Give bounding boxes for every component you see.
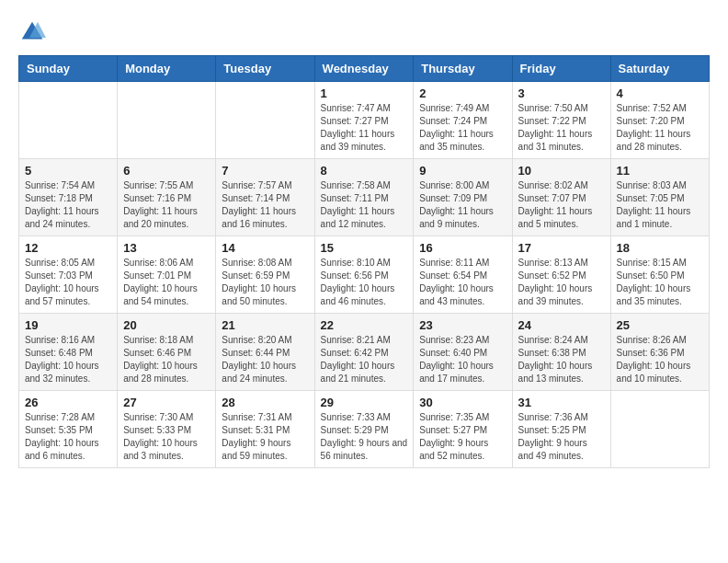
calendar-cell: [610, 391, 709, 468]
day-number: 16: [419, 241, 506, 255]
day-number: 28: [222, 396, 308, 409]
calendar-cell: 1Sunrise: 7:47 AMSunset: 7:27 PMDaylight…: [314, 82, 414, 159]
day-info: Sunrise: 8:21 AMSunset: 6:42 PMDaylight:…: [321, 334, 408, 385]
day-number: 1: [321, 86, 408, 100]
day-info: Sunrise: 8:16 AMSunset: 6:48 PMDaylight:…: [25, 334, 111, 385]
day-number: 15: [321, 241, 408, 255]
day-number: 26: [25, 396, 111, 409]
day-info: Sunrise: 8:02 AMSunset: 7:07 PMDaylight:…: [518, 179, 605, 231]
calendar-table: SundayMondayTuesdayWednesdayThursdayFrid…: [18, 55, 710, 468]
calendar-cell: 2Sunrise: 7:49 AMSunset: 7:24 PMDaylight…: [414, 82, 512, 159]
header: [18, 18, 710, 46]
calendar-cell: 14Sunrise: 8:08 AMSunset: 6:59 PMDayligh…: [216, 236, 314, 314]
day-of-week-header: Thursday: [414, 56, 512, 82]
calendar-cell: 15Sunrise: 8:10 AMSunset: 6:56 PMDayligh…: [314, 236, 414, 314]
day-info: Sunrise: 8:11 AMSunset: 6:54 PMDaylight:…: [419, 257, 506, 308]
day-info: Sunrise: 7:55 AMSunset: 7:16 PMDaylight:…: [123, 179, 210, 231]
calendar-cell: 7Sunrise: 7:57 AMSunset: 7:14 PMDaylight…: [216, 159, 314, 236]
day-number: 31: [518, 396, 605, 409]
calendar-cell: 5Sunrise: 7:54 AMSunset: 7:18 PMDaylight…: [19, 159, 118, 236]
day-of-week-header: Wednesday: [314, 56, 414, 82]
day-info: Sunrise: 7:35 AMSunset: 5:27 PMDaylight:…: [419, 411, 506, 463]
day-info: Sunrise: 7:28 AMSunset: 5:35 PMDaylight:…: [25, 411, 111, 463]
day-number: 23: [419, 318, 506, 332]
day-number: 22: [321, 318, 408, 332]
day-info: Sunrise: 7:36 AMSunset: 5:25 PMDaylight:…: [518, 411, 605, 463]
day-info: Sunrise: 7:47 AMSunset: 7:27 PMDaylight:…: [321, 102, 408, 154]
calendar-week-row: 5Sunrise: 7:54 AMSunset: 7:18 PMDaylight…: [19, 159, 710, 236]
logo: [18, 18, 50, 46]
day-number: 17: [518, 241, 605, 255]
day-info: Sunrise: 7:58 AMSunset: 7:11 PMDaylight:…: [321, 179, 408, 231]
day-number: 10: [518, 164, 605, 178]
calendar-cell: 20Sunrise: 8:18 AMSunset: 6:46 PMDayligh…: [118, 314, 216, 391]
day-number: 2: [419, 86, 506, 100]
calendar-week-row: 26Sunrise: 7:28 AMSunset: 5:35 PMDayligh…: [19, 391, 710, 468]
calendar-cell: 9Sunrise: 8:00 AMSunset: 7:09 PMDaylight…: [414, 159, 512, 236]
day-number: 25: [617, 318, 703, 332]
day-number: 11: [617, 164, 703, 178]
day-number: 12: [25, 241, 111, 255]
calendar-cell: 8Sunrise: 7:58 AMSunset: 7:11 PMDaylight…: [314, 159, 414, 236]
day-of-week-header: Tuesday: [216, 56, 314, 82]
day-info: Sunrise: 8:03 AMSunset: 7:05 PMDaylight:…: [617, 179, 703, 231]
day-info: Sunrise: 8:23 AMSunset: 6:40 PMDaylight:…: [419, 334, 506, 385]
calendar-cell: 27Sunrise: 7:30 AMSunset: 5:33 PMDayligh…: [118, 391, 216, 468]
day-info: Sunrise: 8:00 AMSunset: 7:09 PMDaylight:…: [419, 179, 506, 231]
day-info: Sunrise: 7:52 AMSunset: 7:20 PMDaylight:…: [617, 102, 703, 154]
calendar-cell: 12Sunrise: 8:05 AMSunset: 7:03 PMDayligh…: [19, 236, 118, 314]
logo-icon: [18, 18, 46, 46]
calendar-cell: 13Sunrise: 8:06 AMSunset: 7:01 PMDayligh…: [118, 236, 216, 314]
calendar-cell: 25Sunrise: 8:26 AMSunset: 6:36 PMDayligh…: [610, 314, 709, 391]
calendar-cell: 21Sunrise: 8:20 AMSunset: 6:44 PMDayligh…: [216, 314, 314, 391]
day-number: 6: [123, 164, 210, 178]
day-number: 29: [321, 396, 408, 409]
day-of-week-header: Monday: [118, 56, 216, 82]
page: SundayMondayTuesdayWednesdayThursdayFrid…: [0, 0, 728, 487]
day-info: Sunrise: 8:18 AMSunset: 6:46 PMDaylight:…: [123, 334, 210, 385]
calendar-cell: 17Sunrise: 8:13 AMSunset: 6:52 PMDayligh…: [512, 236, 610, 314]
day-number: 18: [617, 241, 703, 255]
day-number: 27: [123, 396, 210, 409]
day-of-week-header: Saturday: [610, 56, 709, 82]
day-info: Sunrise: 8:24 AMSunset: 6:38 PMDaylight:…: [518, 334, 605, 385]
day-number: 30: [419, 396, 506, 409]
calendar-header-row: SundayMondayTuesdayWednesdayThursdayFrid…: [19, 56, 710, 82]
day-number: 14: [222, 241, 308, 255]
calendar-cell: 19Sunrise: 8:16 AMSunset: 6:48 PMDayligh…: [19, 314, 118, 391]
day-number: 4: [617, 86, 703, 100]
calendar-cell: 28Sunrise: 7:31 AMSunset: 5:31 PMDayligh…: [216, 391, 314, 468]
calendar-cell: 18Sunrise: 8:15 AMSunset: 6:50 PMDayligh…: [610, 236, 709, 314]
calendar-cell: 26Sunrise: 7:28 AMSunset: 5:35 PMDayligh…: [19, 391, 118, 468]
day-number: 5: [25, 164, 111, 178]
day-info: Sunrise: 8:26 AMSunset: 6:36 PMDaylight:…: [617, 334, 703, 385]
day-number: 7: [222, 164, 308, 178]
day-info: Sunrise: 7:50 AMSunset: 7:22 PMDaylight:…: [518, 102, 605, 154]
day-number: 13: [123, 241, 210, 255]
calendar-cell: 23Sunrise: 8:23 AMSunset: 6:40 PMDayligh…: [414, 314, 512, 391]
calendar-cell: 22Sunrise: 8:21 AMSunset: 6:42 PMDayligh…: [314, 314, 414, 391]
day-number: 8: [321, 164, 408, 178]
calendar-week-row: 1Sunrise: 7:47 AMSunset: 7:27 PMDaylight…: [19, 82, 710, 159]
day-of-week-header: Sunday: [19, 56, 118, 82]
calendar-week-row: 12Sunrise: 8:05 AMSunset: 7:03 PMDayligh…: [19, 236, 710, 314]
day-info: Sunrise: 8:20 AMSunset: 6:44 PMDaylight:…: [222, 334, 308, 385]
calendar-cell: [19, 82, 118, 159]
day-info: Sunrise: 8:06 AMSunset: 7:01 PMDaylight:…: [123, 257, 210, 308]
day-number: 20: [123, 318, 210, 332]
calendar-cell: 6Sunrise: 7:55 AMSunset: 7:16 PMDaylight…: [118, 159, 216, 236]
day-info: Sunrise: 8:15 AMSunset: 6:50 PMDaylight:…: [617, 257, 703, 308]
calendar-cell: 16Sunrise: 8:11 AMSunset: 6:54 PMDayligh…: [414, 236, 512, 314]
calendar-cell: 24Sunrise: 8:24 AMSunset: 6:38 PMDayligh…: [512, 314, 610, 391]
day-number: 9: [419, 164, 506, 178]
day-info: Sunrise: 7:31 AMSunset: 5:31 PMDaylight:…: [222, 411, 308, 463]
calendar-cell: 31Sunrise: 7:36 AMSunset: 5:25 PMDayligh…: [512, 391, 610, 468]
day-info: Sunrise: 8:10 AMSunset: 6:56 PMDaylight:…: [321, 257, 408, 308]
day-of-week-header: Friday: [512, 56, 610, 82]
calendar-cell: [118, 82, 216, 159]
calendar-cell: 29Sunrise: 7:33 AMSunset: 5:29 PMDayligh…: [314, 391, 414, 468]
day-number: 24: [518, 318, 605, 332]
calendar-cell: 10Sunrise: 8:02 AMSunset: 7:07 PMDayligh…: [512, 159, 610, 236]
day-number: 21: [222, 318, 308, 332]
day-info: Sunrise: 7:54 AMSunset: 7:18 PMDaylight:…: [25, 179, 111, 231]
